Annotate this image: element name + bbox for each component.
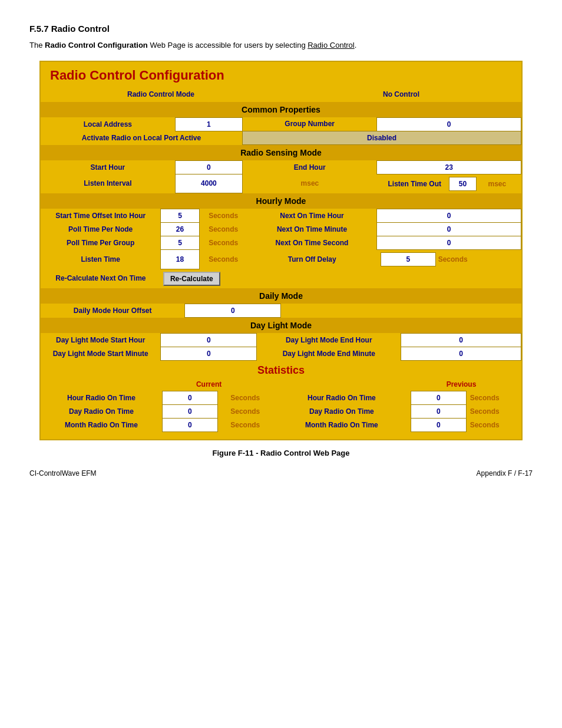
listen-time-out-unit: msec	[477, 177, 518, 190]
poll-time-per-group-label: Poll Time Per Group	[41, 236, 161, 250]
poll-time-per-node-label: Poll Time Per Node	[41, 223, 161, 236]
next-on-time-second-value: 0	[377, 236, 521, 250]
hour-radio-on-time-label-prev: Hour Radio On Time	[273, 391, 411, 404]
radio-control-mode-value: No Control	[281, 88, 521, 101]
month-radio-on-time-prev-unit: Seconds	[466, 418, 521, 431]
common-properties-bar: Common Properties	[41, 102, 521, 117]
day-light-start-minute-value: 0	[161, 347, 257, 360]
day-light-end-hour-label: Day Light Mode End Hour	[257, 333, 401, 347]
figure-caption: Figure F-11 - Radio Control Web Page	[29, 449, 533, 457]
day-radio-on-time-label-cur: Day Radio On Time	[41, 404, 162, 418]
daily-mode-table: Daily Mode Hour Offset 0	[41, 304, 521, 318]
poll-time-per-group-value: 5	[161, 236, 199, 250]
local-address-value: 1	[175, 117, 242, 131]
month-radio-on-time-label-prev: Month Radio On Time	[273, 418, 411, 431]
end-hour-label: End Hour	[242, 160, 376, 174]
day-light-end-minute-value: 0	[401, 347, 521, 360]
start-hour-value: 0	[175, 160, 242, 174]
listen-interval-value: 4000	[175, 174, 242, 193]
poll-time-per-node-unit: Seconds	[199, 223, 247, 236]
start-time-offset-unit: Seconds	[199, 209, 247, 223]
next-on-time-second-label: Next On Time Second	[247, 236, 377, 250]
day-light-start-hour-value: 0	[161, 333, 257, 347]
sensing-mode-table: Start Hour 0 End Hour 23 Listen Interval…	[41, 160, 521, 194]
day-light-start-minute-label: Day Light Mode Start Minute	[41, 347, 161, 360]
day-radio-on-time-cur-value: 0	[162, 404, 217, 418]
intro-text-mid: Web Page is accessible for users by sele…	[148, 41, 308, 50]
listen-time-value: 18	[161, 250, 199, 269]
turn-off-delay-label: Turn Off Delay	[247, 250, 377, 269]
start-hour-label: Start Hour	[41, 160, 175, 174]
day-light-end-minute-label: Day Light Mode End Minute	[257, 347, 401, 360]
footer-left: CI-ControlWave EFM	[29, 469, 97, 477]
next-on-time-minute-label: Next On Time Minute	[247, 223, 377, 236]
listen-time-unit: Seconds	[199, 250, 247, 269]
hour-radio-on-time-prev-unit: Seconds	[466, 391, 521, 404]
hour-radio-on-time-prev-value: 0	[411, 391, 466, 404]
radio-control-mode-table: Radio Control Mode No Control	[41, 88, 521, 101]
intro-bold: Radio Control Configuration	[45, 41, 148, 50]
poll-time-per-group-unit: Seconds	[199, 236, 247, 250]
listen-interval-label: Listen Interval	[41, 174, 175, 193]
activate-radio-label: Activate Radio on Local Port Active	[41, 131, 242, 144]
month-radio-on-time-cur-value: 0	[162, 418, 217, 431]
day-radio-on-time-prev-unit: Seconds	[466, 404, 521, 418]
box-title: Radio Control Configuration	[50, 68, 224, 83]
activate-radio-value: Disabled	[242, 131, 521, 144]
current-header: Current	[161, 378, 257, 391]
end-hour-value: 23	[377, 160, 521, 174]
day-light-mode-table: Day Light Mode Start Hour 0 Day Light Mo…	[41, 333, 521, 361]
common-props-table: Local Address 1 Group Number 0 Activate …	[41, 117, 521, 145]
day-radio-on-time-label-prev: Day Radio On Time	[273, 404, 411, 418]
poll-time-per-node-value: 26	[161, 223, 199, 236]
radio-sensing-mode-bar: Radio Sensing Mode	[41, 145, 521, 160]
daily-mode-bar: Daily Mode	[41, 288, 521, 304]
day-light-end-hour-value: 0	[401, 333, 521, 347]
turn-off-delay-cell: 5 Seconds	[377, 250, 521, 269]
daily-mode-hour-offset-value: 0	[185, 304, 281, 317]
footer-right: Appendix F / F-17	[477, 469, 533, 477]
month-radio-on-time-label-cur: Month Radio On Time	[41, 418, 162, 431]
turn-off-delay-unit: Seconds	[435, 253, 517, 266]
statistics-title: Statistics	[257, 364, 305, 376]
group-number-label: Group Number	[242, 117, 376, 131]
daily-mode-spacer	[281, 304, 521, 317]
day-light-start-hour-label: Day Light Mode Start Hour	[41, 333, 161, 347]
hour-radio-on-time-label-cur: Hour Radio On Time	[41, 391, 162, 404]
day-light-mode-bar: Day Light Mode	[41, 318, 521, 333]
footer: CI-ControlWave EFM Appendix F / F-17	[29, 469, 533, 477]
hourly-mode-bar: Hourly Mode	[41, 193, 521, 209]
daily-mode-hour-offset-label: Daily Mode Hour Offset	[41, 304, 185, 317]
intro-text-before: The	[29, 41, 45, 50]
group-number-value: 0	[377, 117, 521, 131]
recalculate-button[interactable]: Re-Calculate	[163, 272, 220, 286]
radio-control-mode-label: Radio Control Mode	[41, 88, 281, 101]
recalculate-label: Re-Calculate Next On Time	[41, 269, 161, 288]
listen-interval-unit: msec	[242, 174, 376, 193]
month-radio-on-time-cur-unit: Seconds	[217, 418, 273, 431]
previous-header: Previous	[401, 378, 521, 391]
hourly-mode-table: Start Time Offset Into Hour 5 Seconds Ne…	[41, 209, 521, 288]
start-time-offset-label: Start Time Offset Into Hour	[41, 209, 161, 223]
listen-time-out-label: Listen Time Out	[381, 177, 449, 190]
start-time-offset-value: 5	[161, 209, 199, 223]
radio-config-box: Radio Control Configuration Radio Contro…	[39, 61, 523, 440]
radio-control-link[interactable]: Radio Control	[308, 41, 355, 50]
turn-off-delay-value: 5	[381, 253, 435, 266]
box-header: Radio Control Configuration	[41, 62, 521, 88]
statistics-headers: Current Previous	[41, 378, 521, 391]
hour-radio-on-time-cur-value: 0	[162, 391, 217, 404]
section-heading: F.5.7 Radio Control	[29, 24, 533, 34]
listen-time-label: Listen Time	[41, 250, 161, 269]
statistics-data-table: Hour Radio On Time 0 Seconds Hour Radio …	[41, 391, 521, 432]
intro-end: .	[355, 41, 357, 50]
month-radio-on-time-prev-value: 0	[411, 418, 466, 431]
next-on-time-hour-label: Next On Time Hour	[247, 209, 377, 223]
hour-radio-on-time-cur-unit: Seconds	[217, 391, 273, 404]
next-on-time-minute-value: 0	[377, 223, 521, 236]
intro-paragraph: The Radio Control Configuration Web Page…	[29, 39, 533, 51]
next-on-time-hour-value: 0	[377, 209, 521, 223]
listen-time-out-cell: Listen Time Out 50 msec	[377, 174, 521, 193]
local-address-label: Local Address	[41, 117, 175, 131]
day-radio-on-time-cur-unit: Seconds	[217, 404, 273, 418]
